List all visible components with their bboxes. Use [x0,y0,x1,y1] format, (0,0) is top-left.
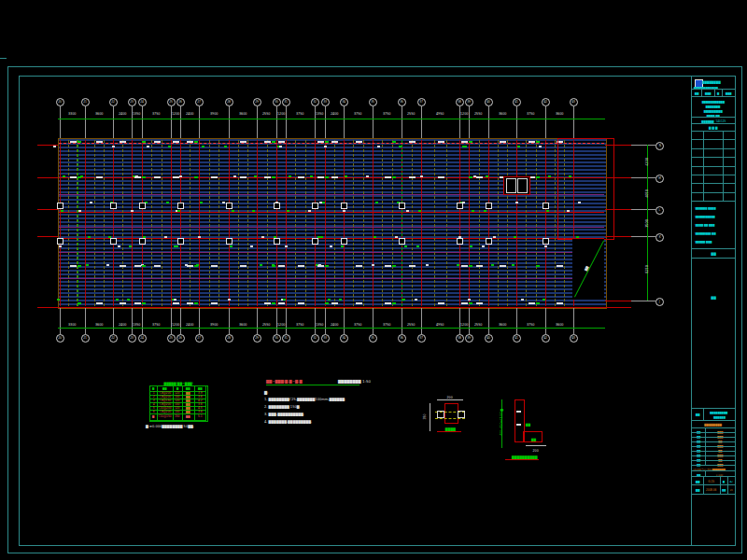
tb-divider [692,201,735,202]
tb-divider [692,258,735,259]
beam-label [142,141,146,143]
beam-label [194,176,198,178]
beam-label [240,265,247,267]
beam-label [142,265,146,267]
beam-label [317,176,324,178]
tb-text: ▇▇ [694,293,733,301]
rebar-tick [61,210,63,212]
beam-label [173,141,179,143]
rebar-tick [324,146,327,147]
column-marker [543,203,549,209]
rebar-tick [147,146,149,147]
dim-text: 3600 [545,320,573,329]
beam-label [240,141,247,143]
joist-line-dashed [190,140,190,306]
beam-label [264,302,271,304]
column-marker [110,238,117,245]
beam-label [298,176,304,178]
grid-bubble: J [655,298,664,306]
joist-line-dashed [555,140,556,306]
column-marker [457,238,463,245]
grid-line-red [113,140,114,306]
column-marker [274,238,280,245]
rebar-tick [222,202,225,203]
detail-b-dim-text: 400~650m(1:50)▇ [492,418,511,427]
tb-text: · ▇▇▇▇ ▇▇ ▇▇▇ [694,221,735,230]
beam-label [78,302,81,304]
rebar-tick [86,264,89,266]
beam-label [78,176,81,178]
rebar-tick [406,210,409,212]
grid-line-red [315,140,316,306]
grid-line-red [286,140,287,306]
joist-line-dashed [446,140,447,306]
rebar-tick [164,236,167,238]
rebar-tick [374,236,376,238]
beam-label [154,141,161,143]
beam-label [529,302,535,304]
grid-line-red [469,140,470,306]
dim-text: 3750 [517,109,545,118]
dim-text: 3750 [345,320,373,329]
joist-line-dashed [412,140,413,306]
table-cell: ▇▇ [182,413,195,421]
rebar-tick [232,210,234,212]
rebar-tick [116,299,119,301]
grid-bubble: K [655,233,664,242]
rebar-tick [177,210,180,212]
beam-label [557,265,563,267]
beam-label [264,141,271,143]
column-marker [177,203,184,209]
grid-bubble: M [655,175,664,183]
rebar-table: ▇▇▇▇▇▇▇▇1C8@200120▇▇3.92C8@200100▇▇3.63C… [149,385,208,422]
beam-label [142,176,146,178]
grid-line-red [276,140,277,306]
joist-line-dashed [392,140,393,306]
detail-a-hatch [437,411,444,418]
grid-leader [573,308,574,334]
beam-label [392,176,396,178]
axis-leader [631,236,655,237]
grid-bubble: 40 [485,334,493,343]
rebar-tick [399,146,402,147]
beam-label [187,265,193,267]
joist-line-dashed [94,140,95,306]
joist-line-dashed [382,140,383,306]
rebar-tick [512,264,514,266]
rebar-tick [517,146,520,147]
joist-line-dashed [104,140,105,306]
rebar-tick [539,146,542,147]
joist-line-dashed [353,140,354,306]
grid-bubble: 20 [56,334,64,343]
beam-label [469,265,472,267]
detail-b-hatch [516,411,521,413]
grid-bubble: 36 [398,334,406,343]
joist-line-dashed [334,140,335,306]
rebar-tick [224,146,227,147]
beam-label [187,302,193,304]
rebar-tick [289,175,291,177]
ref-line-green-dashed [402,140,402,306]
beam-label [272,141,275,143]
rebar-tick [330,245,332,247]
beam-label [173,176,179,178]
beam-label [187,141,193,143]
opening [517,178,528,193]
grid-bubble: 38 [456,334,464,343]
beam-label [536,265,540,267]
grid-line-red [257,140,258,306]
dim-text: 3750 [345,109,373,118]
rebar-tick [254,175,257,177]
dim-text: 3750 [517,320,545,329]
beam-label [264,176,271,178]
beam-label [96,176,103,178]
column-marker [110,203,117,209]
joist-line-dashed [238,140,239,306]
beam-label [134,176,141,178]
column-marker [341,238,347,245]
joist-line-dashed [305,140,306,306]
grid-bubble: 30 [273,334,281,343]
detail-a-dim-text: 200 [437,393,463,401]
column-marker [543,238,549,245]
rebar-tick [283,299,286,301]
